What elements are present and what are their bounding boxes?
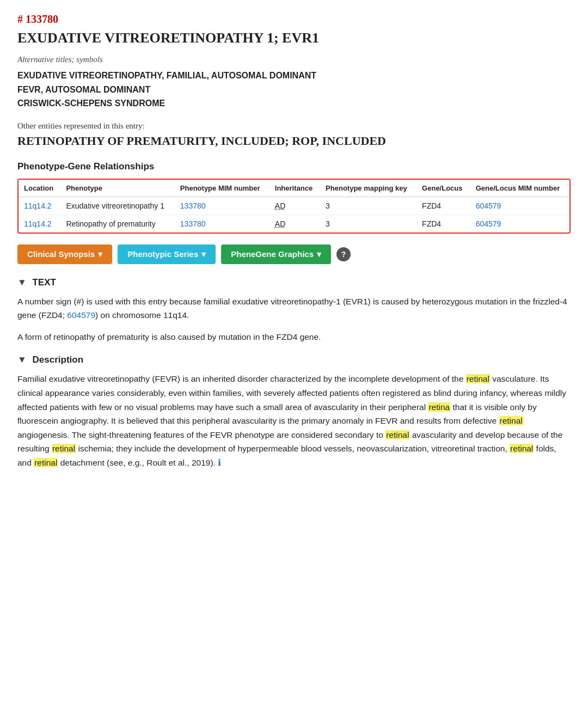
text-section: ▼ TEXT A number sign (#) is used with th… xyxy=(17,277,571,344)
highlight-retinal-3: retinal xyxy=(385,430,409,439)
highlight-retina-1: retina xyxy=(428,402,450,412)
clinical-synopsis-caret: ▾ xyxy=(98,249,102,259)
phenotypic-series-label: Phenotypic Series xyxy=(127,249,198,259)
action-buttons-row: Clinical Synopsis ▾ Phenotypic Series ▾ … xyxy=(17,245,571,264)
text-section-heading: ▼ TEXT xyxy=(17,277,571,288)
table-header-row: Location Phenotype Phenotype MIM number … xyxy=(19,180,569,197)
alt-title-2: FEVR, AUTOSOMAL DOMINANT xyxy=(17,83,571,97)
row2-inheritance-value: AD xyxy=(275,219,285,228)
table-row: 11q14.2 Exudative vitreoretinopathy 1 13… xyxy=(19,197,569,215)
phenotypic-series-caret: ▾ xyxy=(201,249,206,259)
triangle-icon-desc: ▼ xyxy=(17,355,27,365)
other-entities-label: Other entities represented in this entry… xyxy=(17,121,571,131)
alt-title-1: EXUDATIVE VITREORETINOPATHY, FAMILIAL, A… xyxy=(17,69,571,83)
col-mapping-key: Phenotype mapping key xyxy=(320,180,416,197)
row2-mim: 133780 xyxy=(175,215,270,233)
phenotype-gene-heading: Phenotype-Gene Relationships xyxy=(17,161,571,172)
description-heading: ▼ Description xyxy=(17,355,571,365)
info-icon-desc[interactable]: ℹ xyxy=(218,458,221,467)
fzd4-link-1[interactable]: 604579 xyxy=(67,310,95,320)
entry-number: # 133780 xyxy=(17,13,571,26)
row2-gene-locus: FZD4 xyxy=(416,215,470,233)
phenogene-graphics-button[interactable]: PheneGene Graphics ▾ xyxy=(221,245,331,264)
highlight-retinal-1: retinal xyxy=(466,374,490,383)
row1-mim: 133780 xyxy=(175,197,270,215)
clinical-synopsis-label: Clinical Synopsis xyxy=(27,249,95,259)
row2-mim-link[interactable]: 133780 xyxy=(180,219,206,228)
text-paragraph-1: A number sign (#) is used with this entr… xyxy=(17,295,571,322)
text-heading-label: TEXT xyxy=(33,277,56,288)
row2-inheritance: AD xyxy=(270,215,320,233)
description-heading-label: Description xyxy=(33,355,84,365)
phenotype-gene-table-wrapper: Location Phenotype Phenotype MIM number … xyxy=(17,179,571,234)
alt-titles: EXUDATIVE VITREORETINOPATHY, FAMILIAL, A… xyxy=(17,69,571,111)
description-paragraph: Familial exudative vitreoretinopathy (FE… xyxy=(17,372,571,469)
row1-gene-mim: 604579 xyxy=(470,197,569,215)
triangle-icon: ▼ xyxy=(17,277,27,288)
row2-mapping-key: 3 xyxy=(320,215,416,233)
row1-mim-link[interactable]: 133780 xyxy=(180,201,206,210)
row2-location: 11q14.2 xyxy=(19,215,60,233)
alt-title-3: CRISWICK-SCHEPENS SYNDROME xyxy=(17,96,571,111)
hash-symbol: # xyxy=(17,13,26,25)
table-row: 11q14.2 Retinopathy of prematurity 13378… xyxy=(19,215,569,233)
col-inheritance: Inheritance xyxy=(270,180,320,197)
phenogene-graphics-caret: ▾ xyxy=(317,249,321,259)
col-phenotype: Phenotype xyxy=(60,180,174,197)
col-mim-number: Phenotype MIM number xyxy=(175,180,270,197)
highlight-retinal-4: retinal xyxy=(52,444,76,453)
row1-location-link[interactable]: 11q14.2 xyxy=(24,201,52,210)
row2-location-link[interactable]: 11q14.2 xyxy=(24,219,52,228)
entry-title: EXUDATIVE VITREORETINOPATHY 1; EVR1 xyxy=(17,30,571,46)
table-header: Location Phenotype Phenotype MIM number … xyxy=(19,180,569,197)
row1-inheritance: AD xyxy=(270,197,320,215)
highlight-retinal-6: retinal xyxy=(34,458,58,467)
entry-number-value: 133780 xyxy=(26,13,58,25)
phenotype-gene-table: Location Phenotype Phenotype MIM number … xyxy=(19,180,569,233)
text-paragraph-2: A form of retinopathy of prematurity is … xyxy=(17,330,571,344)
highlight-retinal-2: retinal xyxy=(499,416,523,425)
col-gene-locus: Gene/Locus xyxy=(416,180,470,197)
row1-gene-mim-link[interactable]: 604579 xyxy=(476,201,501,210)
col-gene-mim: Gene/Locus MIM number xyxy=(470,180,569,197)
col-location: Location xyxy=(19,180,60,197)
highlight-retinal-5: retinal xyxy=(510,444,534,453)
row2-gene-mim: 604579 xyxy=(470,215,569,233)
description-section: ▼ Description Familial exudative vitreor… xyxy=(17,355,571,469)
row1-inheritance-value: AD xyxy=(275,201,285,210)
row1-phenotype: Exudative vitreoretinopathy 1 xyxy=(60,197,174,215)
alt-titles-label: Alternative titles; symbols xyxy=(17,55,571,64)
table-body: 11q14.2 Exudative vitreoretinopathy 1 13… xyxy=(19,197,569,233)
help-icon[interactable]: ? xyxy=(336,247,351,261)
row1-gene-locus: FZD4 xyxy=(416,197,470,215)
clinical-synopsis-button[interactable]: Clinical Synopsis ▾ xyxy=(17,245,112,264)
row1-mapping-key: 3 xyxy=(320,197,416,215)
row2-gene-mim-link[interactable]: 604579 xyxy=(476,219,501,228)
row1-location: 11q14.2 xyxy=(19,197,60,215)
phenogene-graphics-label: PheneGene Graphics xyxy=(231,249,314,259)
other-entities-title: RETINOPATHY OF PREMATURITY, INCLUDED; RO… xyxy=(17,134,571,148)
phenotypic-series-button[interactable]: Phenotypic Series ▾ xyxy=(118,245,216,264)
row2-phenotype: Retinopathy of prematurity xyxy=(60,215,174,233)
